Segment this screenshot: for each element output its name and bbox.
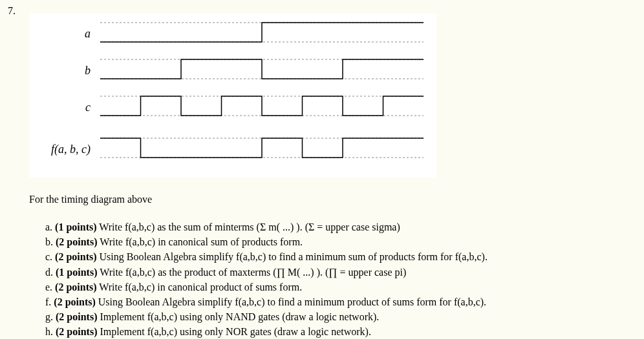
waveform-b	[100, 56, 436, 85]
part-f: f. (2 points) Using Boolean Algebra simp…	[45, 294, 488, 309]
part-e: e. (2 points) Write f(a,b,c) in canonica…	[45, 280, 488, 294]
part-a-text: Write f(a,b,c) as the sum of minterms (Σ…	[97, 221, 400, 232]
waveform-row-f: f(a, b, c)	[29, 135, 436, 164]
part-f-label: f.	[45, 296, 51, 307]
waveform-f	[100, 135, 436, 164]
part-a-points: (1 points)	[55, 221, 96, 232]
part-h-text: Implement f(a,b,c) using only NOR gates …	[97, 326, 370, 337]
question-number: 7.	[8, 5, 16, 17]
part-a-label: a.	[45, 221, 52, 232]
part-a: a. (1 points) Write f(a,b,c) as the sum …	[45, 220, 488, 234]
part-c-text: Using Boolean Algebra simplify f(a,b,c) …	[97, 251, 488, 262]
label-a: a	[29, 27, 100, 41]
part-g-text: Implement f(a,b,c) using only NAND gates…	[97, 311, 379, 322]
part-g: g. (2 points) Implement f(a,b,c) using o…	[45, 309, 488, 324]
label-b: b	[29, 64, 100, 77]
label-f: f(a, b, c)	[29, 143, 100, 156]
part-h: h. (2 points) Implement f(a,b,c) using o…	[45, 324, 488, 339]
part-f-text: Using Boolean Algebra simplify f(a,b,c) …	[96, 296, 486, 307]
part-b-label: b.	[45, 236, 53, 247]
intro-text: For the timing diagram above	[29, 194, 152, 205]
part-b-points: (2 points)	[56, 236, 97, 247]
timing-diagram: a b c f(a, b, c)	[29, 13, 436, 178]
part-d-text: Write f(a,b,c) as the product of maxterm…	[97, 267, 406, 278]
part-d: d. (1 points) Write f(a,b,c) as the prod…	[45, 265, 488, 280]
waveform-row-c: c	[29, 93, 436, 122]
part-h-points: (2 points)	[56, 326, 97, 337]
part-g-label: g.	[45, 311, 53, 322]
waveform-a	[100, 19, 436, 48]
part-d-points: (1 points)	[56, 267, 97, 278]
part-d-label: d.	[45, 267, 53, 278]
part-e-label: e.	[45, 282, 52, 293]
label-c: c	[29, 101, 100, 114]
parts-list: a. (1 points) Write f(a,b,c) as the sum …	[45, 220, 488, 339]
part-f-points: (2 points)	[54, 296, 95, 307]
waveform-row-a: a	[29, 19, 436, 48]
waveform-c	[100, 93, 436, 122]
part-g-points: (2 points)	[56, 311, 97, 322]
part-c-label: c.	[45, 251, 52, 262]
part-b: b. (2 points) Write f(a,b,c) in canonica…	[45, 234, 488, 249]
part-c-points: (2 points)	[55, 251, 96, 262]
part-h-label: h.	[45, 326, 53, 337]
part-e-points: (2 points)	[55, 282, 96, 293]
waveform-row-b: b	[29, 56, 436, 85]
part-e-text: Write f(a,b,c) in canonical product of s…	[97, 282, 303, 293]
part-b-text: Write f(a,b,c) in canonical sum of produ…	[97, 236, 303, 247]
part-c: c. (2 points) Using Boolean Algebra simp…	[45, 249, 488, 264]
